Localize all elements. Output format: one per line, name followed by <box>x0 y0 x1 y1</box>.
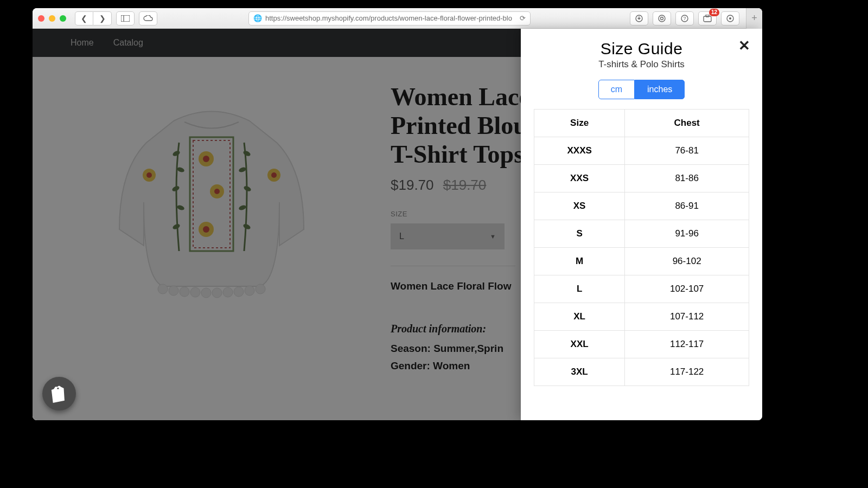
size-cell: XXS <box>534 165 625 192</box>
page-content: Home Catalog <box>33 29 762 420</box>
chest-cell: 86-91 <box>625 192 749 220</box>
unit-inches-button[interactable]: inches <box>635 80 685 99</box>
size-cell: XS <box>534 192 625 220</box>
window-controls <box>38 15 66 22</box>
unit-cm-button[interactable]: cm <box>598 80 635 99</box>
forward-button[interactable]: ❯ <box>93 11 112 25</box>
table-row: S91-96 <box>534 220 749 248</box>
back-button[interactable]: ❮ <box>75 11 93 25</box>
titlebar: ❮ ❯ 🌐 https://sweetshop.myshopify.com/pr… <box>33 8 762 29</box>
privacy-button[interactable] <box>653 11 671 25</box>
size-cell: XL <box>534 303 625 331</box>
help-button[interactable]: ? <box>675 11 694 25</box>
size-guide-panel: ✕ Size Guide T-shirts & Polo Shirts cm i… <box>521 29 762 420</box>
shopify-icon <box>50 384 68 403</box>
chest-cell: 91-96 <box>625 220 749 248</box>
chest-cell: 81-86 <box>625 165 749 192</box>
chest-cell: 76-81 <box>625 137 749 165</box>
chest-cell: 107-112 <box>625 303 749 331</box>
table-row: M96-102 <box>534 248 749 275</box>
table-row: XL107-112 <box>534 303 749 331</box>
chest-cell: 117-122 <box>625 358 749 386</box>
table-row: XXS81-86 <box>534 165 749 192</box>
size-cell: S <box>534 220 625 248</box>
svg-text:?: ? <box>683 16 686 21</box>
maximize-window-icon[interactable] <box>60 15 66 22</box>
chest-cell: 102-107 <box>625 275 749 303</box>
shopify-chat-button[interactable] <box>42 377 76 410</box>
extension-button[interactable]: 12 <box>698 11 717 25</box>
url-field[interactable]: 🌐 https://sweetshop.myshopify.com/produc… <box>248 11 531 25</box>
nav-group: ❮ ❯ <box>75 11 112 25</box>
extension-badge: 12 <box>709 9 719 16</box>
svg-point-10 <box>729 17 731 20</box>
table-row: L102-107 <box>534 275 749 303</box>
unit-toggle: cm inches <box>534 80 749 99</box>
svg-rect-0 <box>121 15 130 22</box>
panel-title: Size Guide <box>534 40 749 58</box>
size-cell: XXL <box>534 331 625 358</box>
table-row: 3XL117-122 <box>534 358 749 386</box>
minimize-window-icon[interactable] <box>49 15 55 22</box>
size-cell: 3XL <box>534 358 625 386</box>
svg-point-4 <box>661 17 663 20</box>
downloads-button[interactable] <box>630 11 648 25</box>
svg-rect-8 <box>706 15 709 17</box>
chest-cell: 112-117 <box>625 331 749 358</box>
cloud-tabs-button[interactable] <box>139 11 157 25</box>
globe-icon: 🌐 <box>253 14 262 22</box>
close-button[interactable]: ✕ <box>738 37 750 54</box>
size-table: Size Chest XXXS76-81XXS81-86XS86-91S91-9… <box>534 109 749 386</box>
size-cell: XXXS <box>534 137 625 165</box>
chest-cell: 96-102 <box>625 248 749 275</box>
svg-point-3 <box>659 15 665 22</box>
browser-window: ❮ ❯ 🌐 https://sweetshop.myshopify.com/pr… <box>33 8 762 420</box>
sidebar-button[interactable] <box>116 11 135 25</box>
col-chest: Chest <box>625 110 749 137</box>
table-row: XXXS76-81 <box>534 137 749 165</box>
size-cell: M <box>534 248 625 275</box>
table-row: XXL112-117 <box>534 331 749 358</box>
reload-icon[interactable]: ⟳ <box>520 14 526 22</box>
table-row: XS86-91 <box>534 192 749 220</box>
size-cell: L <box>534 275 625 303</box>
url-text: https://sweetshop.myshopify.com/products… <box>265 14 512 22</box>
new-tab-button[interactable]: + <box>746 8 762 29</box>
settings-button[interactable] <box>721 11 739 25</box>
col-size: Size <box>534 110 625 137</box>
close-window-icon[interactable] <box>38 15 44 22</box>
panel-subtitle: T-shirts & Polo Shirts <box>534 59 749 70</box>
